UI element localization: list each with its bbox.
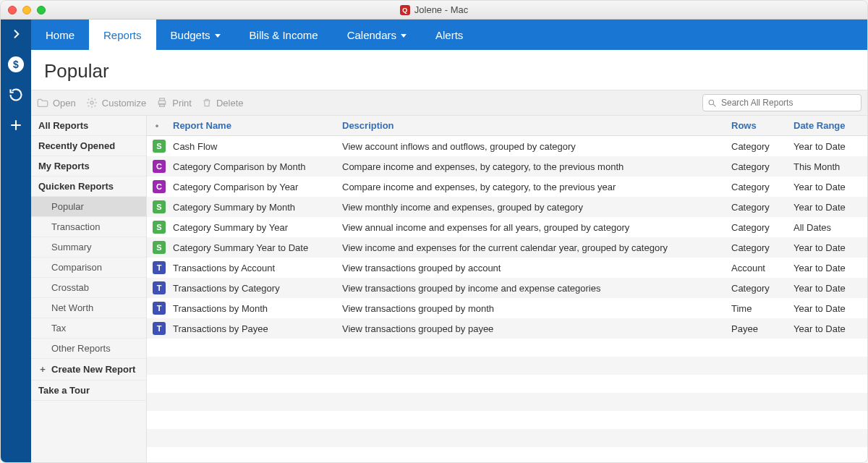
window-titlebar: Q Jolene - Mac xyxy=(1,1,867,20)
customize-button[interactable]: Customize xyxy=(86,97,146,109)
table-row[interactable]: TTransactions by MonthView transactions … xyxy=(147,298,867,318)
svg-line-7 xyxy=(713,104,715,106)
report-type-icon: C xyxy=(153,160,166,173)
cell-rows: Category xyxy=(726,237,788,258)
cell-icon: T xyxy=(147,298,167,318)
col-range-header[interactable]: Date Range xyxy=(788,116,867,136)
nav-tab-calendars[interactable]: Calendars xyxy=(333,20,421,50)
table-header-row: • Report Name Description Rows Date Rang… xyxy=(147,116,867,136)
sidebar-item-other-reports[interactable]: Other Reports xyxy=(31,339,146,359)
cell-report-name: Transactions by Month xyxy=(167,298,336,318)
svg-point-6 xyxy=(709,100,714,105)
sidebar-item-label: Other Reports xyxy=(51,343,111,354)
refresh-icon[interactable] xyxy=(7,86,25,103)
cell-rows: Account xyxy=(726,258,788,278)
cell-date-range: Year to Date xyxy=(788,197,867,217)
nav-tab-label: Reports xyxy=(103,29,142,41)
table-row[interactable]: SCategory Summary by YearView annual inc… xyxy=(147,217,867,237)
cell-icon: T xyxy=(147,258,167,278)
sidebar-item-crosstab[interactable]: Crosstab xyxy=(31,278,146,298)
cell-report-name: Cash Flow xyxy=(167,136,336,157)
print-button[interactable]: Print xyxy=(156,97,192,109)
cell-description: View income and expenses for the current… xyxy=(336,237,726,258)
cell-icon: S xyxy=(147,197,167,217)
cell-description: Compare income and expenses, by category… xyxy=(336,177,726,197)
report-type-icon: S xyxy=(153,140,166,153)
cell-icon: T xyxy=(147,318,167,339)
cell-report-name: Transactions by Payee xyxy=(167,318,336,339)
cell-description: View monthly income and expenses, groupe… xyxy=(336,197,726,217)
accounts-icon[interactable]: $ xyxy=(7,56,25,73)
reports-table: • Report Name Description Rows Date Rang… xyxy=(147,116,867,463)
sidebar-item-recently-opened[interactable]: Recently Opened xyxy=(31,136,146,156)
search-box[interactable] xyxy=(702,94,861,111)
sidebar-item-create-new-report[interactable]: ＋Create New Report xyxy=(31,359,146,381)
cell-icon: T xyxy=(147,278,167,298)
sidebar-item-summary[interactable]: Summary xyxy=(31,237,146,258)
delete-button[interactable]: Delete xyxy=(202,97,244,109)
cell-report-name: Category Comparison by Year xyxy=(167,177,336,197)
chevron-down-icon xyxy=(215,34,221,38)
zoom-window-button[interactable] xyxy=(37,6,46,14)
col-desc-header[interactable]: Description xyxy=(336,116,726,136)
table-row[interactable]: SCash FlowView account inflows and outfl… xyxy=(147,136,867,157)
cell-rows: Category xyxy=(726,278,788,298)
table-row[interactable]: TTransactions by CategoryView transactio… xyxy=(147,278,867,298)
col-icon-header[interactable]: • xyxy=(147,116,167,136)
report-type-icon: S xyxy=(153,200,166,213)
nav-tab-budgets[interactable]: Budgets xyxy=(156,20,235,50)
nav-tab-label: Home xyxy=(46,29,75,41)
sidebar-item-transaction[interactable]: Transaction xyxy=(31,217,146,237)
cell-date-range: Year to Date xyxy=(788,177,867,197)
nav-tab-reports[interactable]: Reports xyxy=(89,20,156,50)
sidebar-item-label: Transaction xyxy=(51,221,100,232)
window-title: Jolene - Mac xyxy=(414,4,468,15)
col-name-header[interactable]: Report Name xyxy=(167,116,336,136)
col-rows-header[interactable]: Rows xyxy=(726,116,788,136)
sidebar-item-take-a-tour[interactable]: Take a Tour xyxy=(31,381,146,401)
nav-tab-alerts[interactable]: Alerts xyxy=(421,20,477,50)
empty-row xyxy=(147,339,867,357)
minimize-window-button[interactable] xyxy=(22,6,31,14)
cell-icon: C xyxy=(147,156,167,177)
sidebar-item-comparison[interactable]: Comparison xyxy=(31,258,146,278)
sidebar-item-all-reports[interactable]: All Reports xyxy=(31,116,146,136)
sidebar-item-label: Quicken Reports xyxy=(38,181,114,192)
add-icon[interactable] xyxy=(7,116,25,134)
sidebar-item-my-reports[interactable]: My Reports xyxy=(31,156,146,177)
table-row[interactable]: CCategory Comparison by YearCompare inco… xyxy=(147,177,867,197)
cell-description: View transactions grouped by payee xyxy=(336,318,726,339)
sidebar-item-label: Crosstab xyxy=(51,282,89,293)
cell-rows: Payee xyxy=(726,318,788,339)
main-nav: HomeReportsBudgetsBills & IncomeCalendar… xyxy=(31,20,867,50)
open-button[interactable]: Open xyxy=(37,98,76,109)
nav-tab-bills-income[interactable]: Bills & Income xyxy=(235,20,333,50)
collapse-sidebar-icon[interactable] xyxy=(7,25,25,43)
close-window-button[interactable] xyxy=(8,6,17,14)
sidebar-item-net-worth[interactable]: Net Worth xyxy=(31,298,146,318)
empty-row xyxy=(147,375,867,393)
sidebar-item-quicken-reports[interactable]: Quicken Reports xyxy=(31,177,146,197)
cell-date-range: Year to Date xyxy=(788,136,867,157)
cell-icon: S xyxy=(147,136,167,157)
customize-label: Customize xyxy=(102,98,146,109)
search-icon xyxy=(707,98,717,108)
table-row[interactable]: CCategory Comparison by MonthCompare inc… xyxy=(147,156,867,177)
cell-report-name: Category Summary by Month xyxy=(167,197,336,217)
table-row[interactable]: SCategory Summary Year to DateView incom… xyxy=(147,237,867,258)
sidebar-item-popular[interactable]: Popular xyxy=(31,197,146,217)
svg-rect-4 xyxy=(160,98,165,101)
sidebar-item-tax[interactable]: Tax xyxy=(31,318,146,339)
cell-report-name: Transactions by Category xyxy=(167,278,336,298)
table-row[interactable]: TTransactions by PayeeView transactions … xyxy=(147,318,867,339)
cell-description: View transactions grouped by income and … xyxy=(336,278,726,298)
search-input[interactable] xyxy=(721,98,856,108)
table-row[interactable]: TTransactions by AccountView transaction… xyxy=(147,258,867,278)
cell-description: Compare income and expenses, by category… xyxy=(336,156,726,177)
svg-point-2 xyxy=(90,101,93,104)
empty-row xyxy=(147,357,867,375)
nav-tab-label: Budgets xyxy=(171,29,210,41)
table-row[interactable]: SCategory Summary by MonthView monthly i… xyxy=(147,197,867,217)
left-rail: $ xyxy=(1,20,31,463)
nav-tab-home[interactable]: Home xyxy=(31,20,89,50)
